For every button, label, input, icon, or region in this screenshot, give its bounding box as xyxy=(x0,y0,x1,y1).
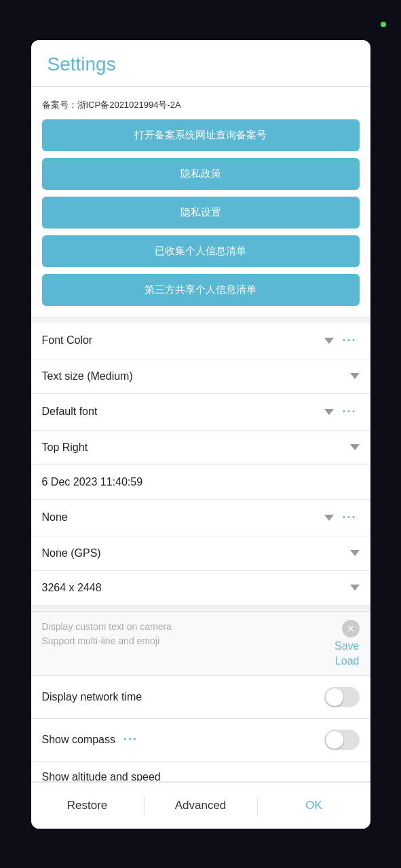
chevron-down-icon xyxy=(350,550,360,556)
display-network-time-item[interactable]: Display network time xyxy=(31,676,370,719)
advanced-button[interactable]: Advanced xyxy=(145,791,257,821)
toggle-knob xyxy=(326,731,343,749)
display-network-time-toggle[interactable] xyxy=(324,687,360,707)
chevron-down-icon xyxy=(350,444,360,450)
text-input-placeholder-line2: Support multi-line and emoji xyxy=(42,634,327,648)
top-right-item[interactable]: Top Right xyxy=(31,431,370,465)
chevron-down-icon xyxy=(350,585,360,591)
collected-info-button[interactable]: 已收集个人信息清单 xyxy=(42,235,360,267)
show-compass-toggle[interactable] xyxy=(324,730,360,750)
third-party-share-button[interactable]: 第三方共享个人信息清单 xyxy=(42,274,360,306)
font-color-right: ··· xyxy=(322,334,359,348)
icp-query-button[interactable]: 打开备案系统网址查询备案号 xyxy=(42,119,360,151)
default-font-right: ··· xyxy=(322,405,359,419)
privacy-policy-button[interactable]: 隐私政策 xyxy=(42,158,360,190)
text-size-right xyxy=(347,373,360,379)
chevron-down-icon xyxy=(350,373,360,379)
chevron-down-icon xyxy=(324,515,334,521)
show-compass-label: Show compass ··· xyxy=(42,732,141,747)
show-compass-dots-button[interactable]: ··· xyxy=(121,732,140,747)
dialog-scrollable[interactable]: 备案号：浙ICP备2021021994号-2A 打开备案系统网址查询备案号 隐私… xyxy=(31,87,370,782)
datetime-label: 6 Dec 2023 11:40:59 xyxy=(42,476,143,488)
partial-item-label: Show altitude and speed xyxy=(42,771,161,782)
none-dots-button[interactable]: ··· xyxy=(339,511,359,525)
font-color-dots-button[interactable]: ··· xyxy=(339,334,359,348)
restore-button[interactable]: Restore xyxy=(31,791,144,821)
top-right-label: Top Right xyxy=(42,441,88,454)
ok-button[interactable]: OK xyxy=(258,791,370,821)
none-gps-right xyxy=(347,550,360,556)
top-section: 备案号：浙ICP备2021021994号-2A 打开备案系统网址查询备案号 隐私… xyxy=(31,87,370,317)
icp-text: 备案号：浙ICP备2021021994号-2A xyxy=(42,94,360,119)
dialog-footer: Restore Advanced OK xyxy=(31,782,370,829)
resolution-label: 3264 x 2448 xyxy=(42,582,102,594)
clear-text-button[interactable]: ✕ xyxy=(342,620,360,637)
chevron-down-icon xyxy=(324,338,334,344)
screen: Settings 备案号：浙ICP备2021021994号-2A 打开备案系统网… xyxy=(0,0,401,868)
custom-text-input-section[interactable]: Display custom text on camera Support mu… xyxy=(31,611,370,676)
dialog-header: Settings xyxy=(31,40,370,87)
chevron-down-icon xyxy=(324,409,334,415)
toggle-knob xyxy=(326,688,343,706)
save-load-buttons: Save Load xyxy=(335,640,359,667)
text-size-label: Text size (Medium) xyxy=(42,370,133,382)
default-font-item[interactable]: Default font ··· xyxy=(31,394,370,431)
none-item[interactable]: None ··· xyxy=(31,500,370,536)
dialog-title: Settings xyxy=(47,54,354,75)
font-color-label: Font Color xyxy=(42,334,93,347)
default-font-dots-button[interactable]: ··· xyxy=(339,405,359,419)
settings-list: Font Color ··· Text size (Medium) Defaul… xyxy=(31,323,370,606)
save-button[interactable]: Save xyxy=(335,640,359,652)
none-right: ··· xyxy=(322,511,359,525)
none-label: None xyxy=(42,511,68,524)
load-button[interactable]: Load xyxy=(335,655,359,667)
default-font-label: Default font xyxy=(42,406,98,418)
none-gps-label: None (GPS) xyxy=(42,547,101,559)
none-gps-item[interactable]: None (GPS) xyxy=(31,536,370,571)
text-input-placeholder-line1: Display custom text on camera xyxy=(42,620,327,634)
resolution-right xyxy=(347,585,360,591)
font-color-item[interactable]: Font Color ··· xyxy=(31,323,370,359)
settings-dialog: Settings 备案号：浙ICP备2021021994号-2A 打开备案系统网… xyxy=(31,40,370,829)
toggle-items-section: Display network time Show compass ··· xyxy=(31,676,370,782)
status-dot xyxy=(381,22,386,27)
partial-item: Show altitude and speed xyxy=(31,762,370,782)
display-network-time-label: Display network time xyxy=(42,691,142,703)
text-input-actions: ✕ Save Load xyxy=(335,620,359,667)
show-compass-item[interactable]: Show compass ··· xyxy=(31,719,370,762)
datetime-item[interactable]: 6 Dec 2023 11:40:59 xyxy=(31,465,370,500)
text-size-item[interactable]: Text size (Medium) xyxy=(31,359,370,394)
top-right-right xyxy=(347,444,360,450)
text-input-content: Display custom text on camera Support mu… xyxy=(42,620,327,648)
resolution-item[interactable]: 3264 x 2448 xyxy=(31,571,370,606)
privacy-settings-button[interactable]: 隐私设置 xyxy=(42,197,360,229)
